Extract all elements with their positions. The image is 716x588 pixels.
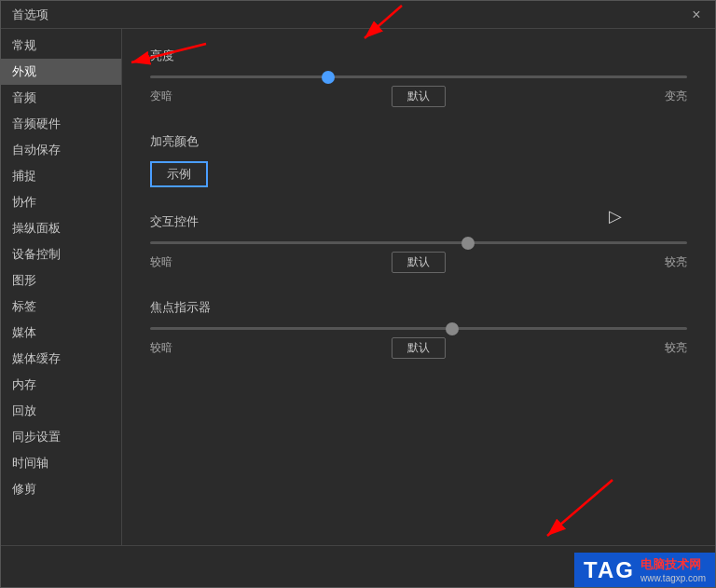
main-panel: 亮度 变暗 默认 变亮 加亮颜色 示例 交互控件 (122, 29, 715, 545)
sidebar-item-sync-settings[interactable]: 同步设置 (1, 424, 121, 450)
brightness-label: 亮度 (150, 48, 687, 64)
tag-site-main: 电脑技术网 (640, 556, 706, 573)
brightness-section: 亮度 变暗 默认 变亮 (150, 48, 687, 107)
interactive-labels: 较暗 默认 较亮 (150, 252, 687, 273)
focus-default-button[interactable]: 默认 (392, 337, 446, 359)
brightness-default-button[interactable]: 默认 (392, 86, 446, 107)
focus-track (150, 327, 687, 330)
sidebar-item-audio[interactable]: 音频 (1, 85, 121, 111)
brightness-track (150, 75, 687, 78)
sidebar-item-device-control[interactable]: 设备控制 (1, 241, 121, 267)
interactive-controls-section: 交互控件 较暗 默认 较亮 (150, 213, 687, 273)
tag-site-sub: www.tagxp.com (640, 573, 706, 583)
focus-dark-label: 较暗 (150, 340, 172, 356)
close-button[interactable]: × (689, 7, 704, 22)
sidebar-item-media-cache[interactable]: 媒体缓存 (1, 346, 121, 372)
interactive-controls-label: 交互控件 (150, 213, 687, 230)
focus-slider-container (150, 327, 687, 330)
tag-site-info: 电脑技术网 www.tagxp.com (640, 556, 706, 583)
interactive-track (150, 241, 687, 244)
brightness-labels: 变暗 默认 变亮 (150, 86, 687, 107)
focus-thumb[interactable] (446, 322, 459, 335)
sidebar: 常规 外观 音频 音频硬件 自动保存 捕捉 协作 操纵面板 设备控制 图形 标签… (1, 29, 122, 545)
sidebar-item-cooperation[interactable]: 协作 (1, 189, 121, 215)
sidebar-item-general[interactable]: 常规 (1, 33, 121, 59)
color-swatch[interactable]: 示例 (150, 161, 208, 187)
sidebar-item-appearance[interactable]: 外观 (1, 59, 121, 85)
sidebar-item-capture[interactable]: 捕捉 (1, 163, 121, 189)
bottom-bar: 帮助 TAG 电脑技术网 www.tagxp.com (1, 545, 715, 587)
interactive-default-button[interactable]: 默认 (392, 252, 446, 273)
sidebar-item-timeline[interactable]: 时间轴 (1, 450, 121, 476)
sidebar-item-memory[interactable]: 内存 (1, 372, 121, 398)
interactive-dark-label: 较暗 (150, 254, 172, 270)
sidebar-item-graphics[interactable]: 图形 (1, 267, 121, 294)
window-title: 首选项 (12, 7, 48, 23)
focus-light-label: 较亮 (665, 340, 687, 356)
focus-indicator-section: 焦点指示器 较暗 默认 较亮 (150, 299, 687, 359)
brightness-dark-label: 变暗 (150, 89, 172, 104)
sidebar-item-labels[interactable]: 标签 (1, 294, 121, 320)
brightness-light-label: 变亮 (665, 89, 687, 104)
focus-indicator-label: 焦点指示器 (150, 299, 687, 316)
tag-text: TAG (584, 557, 635, 583)
sidebar-item-control-panel[interactable]: 操纵面板 (1, 215, 121, 241)
sidebar-item-media[interactable]: 媒体 (1, 320, 121, 346)
watermark: TAG 电脑技术网 www.tagxp.com (574, 553, 715, 587)
sidebar-item-trim[interactable]: 修剪 (1, 476, 121, 502)
interactive-light-label: 较亮 (665, 254, 687, 270)
brightness-thumb[interactable] (322, 71, 335, 84)
highlight-color-section: 加亮颜色 示例 (150, 133, 687, 187)
sidebar-item-playback[interactable]: 回放 (1, 398, 121, 424)
sidebar-item-audio-hardware[interactable]: 音频硬件 (1, 111, 121, 137)
sidebar-item-autosave[interactable]: 自动保存 (1, 137, 121, 163)
focus-labels: 较暗 默认 较亮 (150, 337, 687, 359)
interactive-slider-container (150, 241, 687, 244)
brightness-slider-container (150, 75, 687, 78)
interactive-thumb[interactable] (461, 237, 475, 250)
highlight-color-label: 加亮颜色 (150, 133, 687, 150)
